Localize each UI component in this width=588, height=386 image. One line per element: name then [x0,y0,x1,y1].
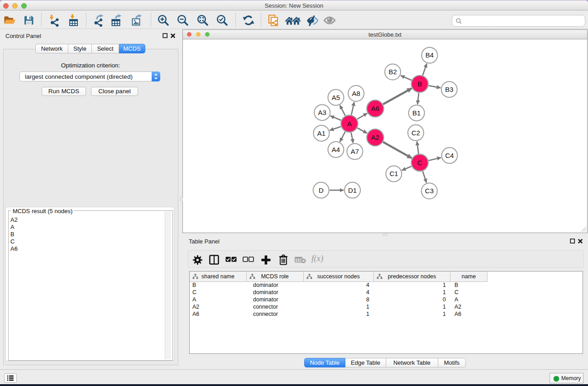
svg-text:B4: B4 [425,51,434,59]
svg-text:C2: C2 [411,129,420,137]
svg-text:A8: A8 [352,90,360,97]
svg-text:A5: A5 [332,94,340,101]
svg-text:A3: A3 [318,109,326,116]
svg-text:A2: A2 [371,133,379,141]
svg-text:A4: A4 [332,146,340,153]
svg-text:C1: C1 [389,170,398,177]
svg-text:A1: A1 [317,129,325,137]
svg-text:B2: B2 [388,68,397,76]
svg-text:C4: C4 [445,152,454,159]
svg-text:A: A [347,120,352,128]
svg-text:D1: D1 [348,186,357,194]
svg-text:A7: A7 [351,148,359,155]
svg-text:A6: A6 [371,105,379,112]
svg-text:C: C [417,159,422,167]
svg-text:B: B [417,80,422,88]
svg-text:B1: B1 [412,109,421,117]
svg-text:B3: B3 [445,86,453,93]
svg-text:D: D [319,186,324,194]
svg-text:C3: C3 [425,187,434,195]
